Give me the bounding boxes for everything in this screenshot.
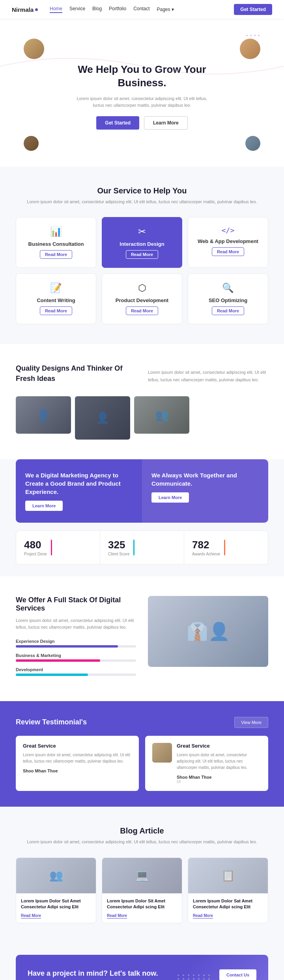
testimonial-card-1: Great Service Lorem ipsum dolor sit amet…	[16, 736, 139, 791]
skill-experience: Experience Design	[16, 639, 136, 648]
quality-image-2: 👤	[75, 396, 130, 440]
testimonial-image-2	[152, 743, 172, 763]
blog-img-icon-2: 💻	[135, 869, 149, 882]
blog-read-more-3[interactable]: Read More	[193, 913, 213, 919]
service-card-business[interactable]: 📊 Business Consultation Read More	[16, 217, 96, 268]
testimonial-author-sub-2: UI	[177, 780, 261, 784]
services-section: Our Service to Help You Lorem ipsum dolo…	[0, 167, 284, 344]
service-card-seo[interactable]: 🔍 SEO Optimizing Read More	[188, 273, 268, 324]
stat-projects: 480 Project Done	[16, 531, 100, 564]
service-card-content[interactable]: 📝 Content Writing Read More	[16, 273, 96, 324]
cta-left: Have a project in mind? Let's talk now. …	[28, 969, 170, 980]
service-readmore-interaction[interactable]: Read More	[126, 250, 158, 259]
logo: Nirmala	[12, 6, 38, 13]
service-title-webdev: Web & App Development	[194, 238, 262, 244]
testimonial-heading-1: Great Service	[23, 743, 132, 749]
blog-card-2: 💻 Lorem Ipsum Dolor Sit Amet Consectetur…	[102, 858, 182, 924]
navbar: Nirmala Home Service Blog Portfolio Cont…	[0, 0, 284, 19]
logo-text: Nirmala	[12, 6, 34, 13]
hero-subtitle: Lorem ipsum dolor sit amet, consectetur …	[75, 95, 209, 109]
stat-awards: 782 Awards Achieve	[184, 531, 268, 564]
business-icon: 📊	[22, 226, 90, 237]
cta-section: Have a project in mind? Let's talk now. …	[16, 955, 268, 980]
blog-section: Blog Article Lorem ipsum dolor sit amet,…	[0, 807, 284, 943]
seo-icon: 🔍	[194, 282, 262, 293]
content-icon: 📝	[22, 282, 90, 293]
testimonials-view-more-button[interactable]: View More	[234, 717, 268, 728]
marketing-btn-1[interactable]: Learn More	[25, 501, 63, 511]
stat-bar-clients	[133, 540, 135, 555]
service-card-interaction[interactable]: ✂ Interaction Design Read More	[102, 217, 182, 268]
blog-read-more-1[interactable]: Read More	[21, 913, 41, 919]
service-readmore-seo[interactable]: Read More	[212, 306, 244, 315]
testimonial-author-2: Shoo Mhan Thoe	[177, 775, 261, 780]
services-title: Our Service to Help You	[16, 186, 268, 195]
service-card-product[interactable]: ⬡ Product Development Read More	[102, 273, 182, 324]
skill-dev: Development	[16, 667, 136, 676]
fullstack-left: We Offer A Full Stack Of Digital Service…	[16, 596, 136, 681]
hero-get-started-button[interactable]: Get Started	[96, 116, 139, 130]
nav-home[interactable]: Home	[50, 6, 62, 13]
service-title-content: Content Writing	[22, 297, 90, 303]
testimonial-card-inner-2: Great Service Lorem ipsum dolor sit amet…	[152, 743, 261, 784]
testimonial-card-2: Great Service Lorem ipsum dolor sit amet…	[145, 736, 268, 791]
skill-fill-experience	[16, 645, 118, 648]
testimonial-body-2: Lorem ipsum dolor sit amet, consectetur …	[177, 752, 261, 771]
quality-section: Quality Designs And Thinker Of Fresh Ide…	[0, 344, 284, 459]
hero-buttons: Get Started Learn More	[75, 116, 209, 130]
quality-left: Quality Designs And Thinker Of Fresh Ide…	[16, 364, 136, 388]
blog-read-more-2[interactable]: Read More	[107, 913, 127, 919]
stats-bar: 480 Project Done 325 Client Score 782 Aw…	[16, 531, 268, 564]
fullstack-right: 👔👤	[148, 596, 268, 667]
service-title-seo: SEO Optimizing	[194, 297, 262, 303]
quality-image-3: 👥	[134, 396, 189, 434]
nav-pages[interactable]: Pages ▾	[157, 6, 174, 13]
blog-post-title-1: Lorem Ipsum Dolor Sut Amet Consectetur A…	[21, 898, 91, 910]
cta-dots	[178, 974, 211, 980]
blog-image-3: 📋	[188, 858, 268, 893]
service-readmore-content[interactable]: Read More	[40, 306, 72, 315]
nav-contact[interactable]: Contact	[133, 6, 149, 13]
fullstack-section: We Offer A Full Stack Of Digital Service…	[0, 576, 284, 701]
blog-grid: 👥 Lorem Ipsum Dolor Sut Amet Consectetur…	[16, 858, 268, 924]
service-readmore-business[interactable]: Read More	[40, 250, 72, 259]
chevron-down-icon: ▾	[172, 7, 174, 12]
interaction-icon: ✂	[108, 226, 176, 237]
blog-img-icon-3: 📋	[221, 869, 235, 882]
quality-inner: Quality Designs And Thinker Of Fresh Ide…	[16, 364, 268, 388]
service-readmore-product[interactable]: Read More	[126, 306, 158, 315]
marketing-title-2: We Always Work Together and Communicate.	[151, 471, 259, 488]
stat-bar-awards	[224, 540, 225, 555]
stat-num-projects: 480 Project Done	[24, 539, 47, 556]
nav-portfolio[interactable]: Portfolio	[109, 6, 126, 13]
blog-sub: Lorem ipsum dolor sit amet, consectetur …	[16, 839, 268, 846]
marketing-card-1: We a Digital Marketing Agency to Create …	[16, 459, 142, 523]
stat-clients: 325 Client Score	[100, 531, 184, 564]
skill-fill-dev	[16, 674, 88, 676]
marketing-card-2: We Always Work Together and Communicate.…	[142, 459, 268, 523]
quality-desc: Lorem ipsum dolor sit amet, consectetur …	[148, 369, 268, 383]
blog-card-3: 📋 Lorem Ipsum Dolor Sat Amet Consectetur…	[188, 858, 268, 924]
nav-cta-button[interactable]: Get Started	[234, 4, 272, 15]
blog-post-title-3: Lorem Ipsum Dolor Sat Amet Consectetur A…	[193, 898, 263, 910]
hero-title: We Help You to Grow Your Business.	[75, 63, 209, 90]
quality-right: Lorem ipsum dolor sit amet, consectetur …	[148, 369, 268, 383]
nav-service[interactable]: Service	[69, 6, 85, 13]
stat-bar-projects	[51, 540, 52, 555]
testimonials-cards: Great Service Lorem ipsum dolor sit amet…	[16, 736, 268, 791]
marketing-btn-2[interactable]: Learn More	[151, 492, 189, 503]
hero-learn-more-button[interactable]: Learn More	[144, 116, 188, 130]
services-sub: Lorem ipsum dolor sit amet, consectetur …	[16, 199, 268, 206]
hero-content: We Help You to Grow Your Business. Lorem…	[75, 63, 209, 130]
service-card-webdev[interactable]: </> Web & App Development Read More	[188, 217, 268, 268]
skill-marketing: Business & Marketing	[16, 653, 136, 662]
avatar-bottom-right	[245, 136, 260, 151]
testimonials-title: Review Testimonial's	[16, 718, 87, 726]
blog-image-1: 👥	[16, 858, 96, 893]
cta-contact-button[interactable]: Contact Us	[219, 969, 256, 980]
service-title-business: Business Consultation	[22, 241, 90, 247]
nav-blog[interactable]: Blog	[92, 6, 102, 13]
service-readmore-webdev[interactable]: Read More	[212, 247, 244, 256]
stat-num-awards: 782 Awards Achieve	[192, 539, 220, 556]
avatar-top-left	[24, 39, 44, 59]
